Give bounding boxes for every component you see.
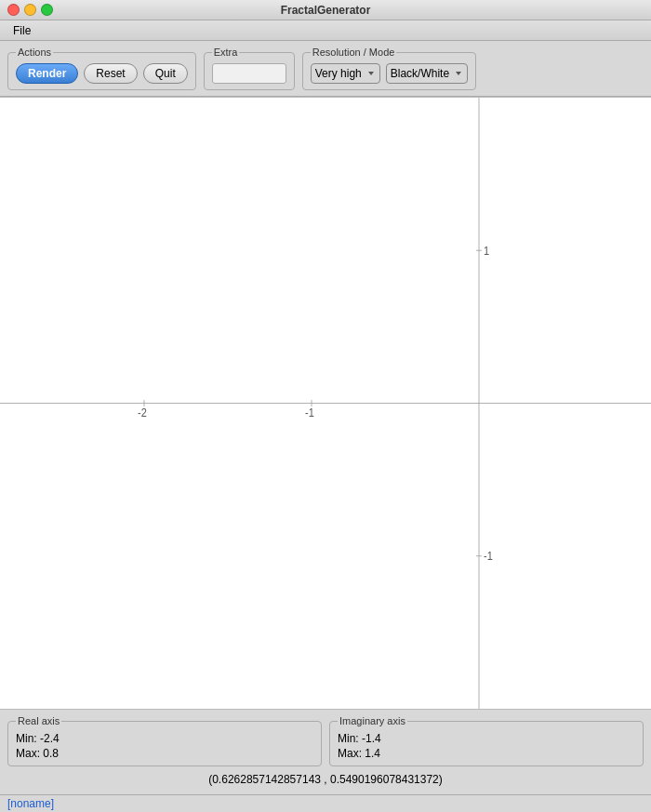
imaginary-axis-group: Imaginary axis Min: -1.4 Max: 1.4 — [329, 715, 644, 766]
coordinates-bar: (0.6262857142857143 , 0.5490196078431372… — [7, 770, 644, 789]
actions-legend: Actions — [16, 47, 53, 58]
coordinates-text: (0.6262857142857143 , 0.5490196078431372… — [208, 773, 443, 786]
svg-text:1: 1 — [484, 244, 489, 258]
extra-group: Extra — [204, 47, 295, 90]
resolution-select[interactable]: Very high High Medium Low — [311, 63, 380, 84]
real-axis-min: Min: -2.4 — [16, 732, 313, 745]
imaginary-axis-legend: Imaginary axis — [338, 715, 407, 726]
status-link[interactable]: [noname] — [7, 797, 54, 810]
extra-input[interactable] — [212, 63, 286, 84]
actions-buttons: Render Reset Quit — [16, 63, 188, 84]
menu-bar: File — [0, 20, 651, 41]
resolution-legend: Resolution / Mode — [311, 47, 397, 58]
real-axis-legend: Real axis — [16, 715, 61, 726]
window-title: FractalGenerator — [281, 4, 371, 17]
real-axis-group: Real axis Min: -2.4 Max: 0.8 — [7, 715, 322, 766]
imaginary-axis-max: Max: 1.4 — [338, 747, 635, 760]
status-bar: [noname] — [0, 794, 651, 812]
render-button[interactable]: Render — [16, 63, 78, 84]
canvas-area[interactable]: -2 -1 1 -1 — [0, 97, 651, 710]
maximize-button[interactable] — [41, 4, 53, 16]
title-bar: FractalGenerator — [0, 0, 651, 20]
window-controls[interactable] — [7, 4, 53, 16]
axis-row: Real axis Min: -2.4 Max: 0.8 Imaginary a… — [7, 715, 644, 766]
svg-text:-2: -2 — [138, 406, 147, 419]
close-button[interactable] — [7, 4, 20, 16]
quit-button[interactable]: Quit — [143, 63, 188, 84]
imaginary-axis-min: Min: -1.4 — [338, 732, 635, 745]
minimize-button[interactable] — [24, 4, 36, 16]
bottom-info: Real axis Min: -2.4 Max: 0.8 Imaginary a… — [0, 710, 651, 794]
resolution-controls: Very high High Medium Low Black/White Co… — [311, 63, 468, 84]
svg-text:-1: -1 — [484, 550, 493, 564]
svg-text:-1: -1 — [305, 406, 314, 419]
toolbar: Actions Render Reset Quit Extra Resoluti… — [0, 41, 651, 97]
menu-file[interactable]: File — [6, 22, 38, 39]
fractal-svg: -2 -1 1 -1 — [0, 98, 651, 709]
reset-button[interactable]: Reset — [84, 63, 137, 84]
extra-legend: Extra — [212, 47, 240, 58]
real-axis-max: Max: 0.8 — [16, 747, 313, 760]
actions-group: Actions Render Reset Quit — [7, 47, 196, 90]
resolution-group: Resolution / Mode Very high High Medium … — [302, 47, 476, 90]
mode-select[interactable]: Black/White Color — [386, 63, 468, 84]
